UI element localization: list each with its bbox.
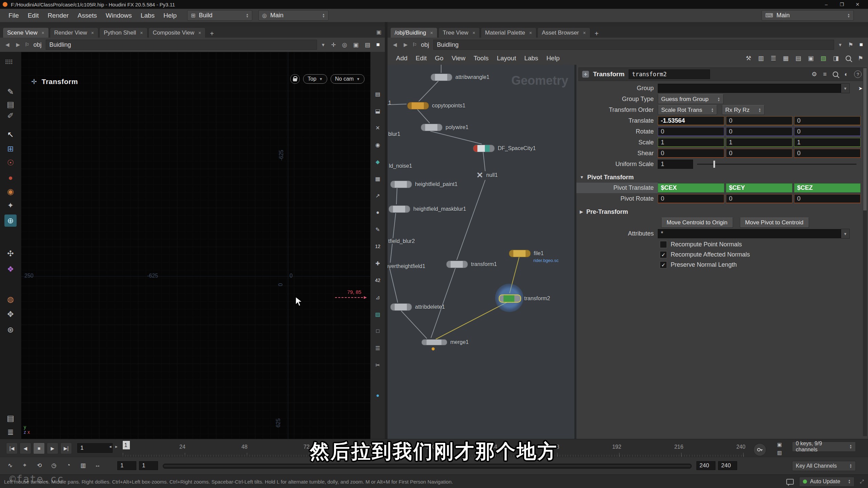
forward-arrow-icon[interactable]: ▶	[14, 41, 22, 48]
scale-z-field[interactable]: 1	[794, 138, 861, 147]
help-icon[interactable]: ?	[854, 70, 862, 78]
rotate-x-field[interactable]: 0	[658, 127, 724, 136]
tab-material-palette[interactable]: Material Palette ×	[481, 27, 536, 38]
recompute-affected-normals-checkbox[interactable]: ✓	[660, 251, 667, 258]
clapper-icon[interactable]: ▤	[363, 41, 372, 48]
maximize-button[interactable]: ❐	[834, 0, 850, 9]
path-dropdown-icon[interactable]: ▼	[320, 42, 327, 47]
annotate-view-icon[interactable]: ✎	[373, 225, 382, 234]
params-scrollbar[interactable]	[863, 67, 867, 436]
particles-icon[interactable]: ◉	[4, 185, 17, 198]
palette-icon[interactable]: ▧	[821, 55, 826, 62]
constraint-icon[interactable]: ✦	[4, 199, 17, 211]
menu-file[interactable]: File	[4, 10, 23, 21]
muscle-icon[interactable]: ❖	[4, 263, 17, 275]
tab-render-view[interactable]: Render View ×	[50, 27, 98, 38]
annotate-tool-icon[interactable]: ✐	[4, 109, 17, 122]
grid-toggle-icon[interactable]: ▦	[373, 174, 382, 183]
scatter-icon[interactable]: ✥	[4, 308, 17, 320]
normals-icon[interactable]: ↗	[373, 191, 382, 200]
pivot-rotate-y-field[interactable]: 0	[726, 194, 792, 203]
node-attribwrangle1[interactable]: attribwrangle1	[431, 74, 490, 81]
group-type-menu[interactable]: Guess from Group ▲▼	[658, 94, 724, 104]
uniform-scale-slider[interactable]	[697, 164, 856, 165]
menu-windows[interactable]: Windows	[101, 10, 136, 21]
close-tab-icon[interactable]: ×	[430, 30, 433, 36]
camera-selector[interactable]: No cam ▼	[331, 74, 364, 84]
lock-view-button[interactable]	[290, 74, 300, 84]
scene-viewport[interactable]: ✛ Transform Top ▼ No cam ▼	[21, 52, 371, 439]
geometry-brush-icon[interactable]: ▤	[4, 98, 17, 110]
snip-icon[interactable]: ✂	[373, 360, 382, 370]
close-tab-icon[interactable]: ×	[41, 30, 44, 36]
node-merge1[interactable]: merge1	[421, 339, 469, 345]
scale-y-field[interactable]: 1	[726, 138, 792, 147]
search-icon[interactable]	[833, 72, 838, 77]
net-menu-tools[interactable]: Tools	[470, 53, 492, 63]
radial-menu-selector[interactable]: ◎ Main ▲▼	[258, 10, 329, 21]
forward-arrow-icon[interactable]: ▶	[402, 41, 410, 48]
view-selector[interactable]: Top ▼	[303, 74, 327, 84]
close-tab-icon[interactable]: ×	[198, 30, 201, 36]
preserve-normal-length-checkbox[interactable]: ✓	[660, 261, 667, 268]
fps-12-icon[interactable]: 12	[373, 242, 382, 251]
fluid-icon[interactable]: ⊛	[4, 324, 17, 336]
node-name-field[interactable]: transform2	[629, 69, 710, 79]
desktop-selector[interactable]: ⊞ Build ▲▼	[187, 10, 252, 21]
pose-character-icon[interactable]: ☉	[4, 157, 17, 169]
ik-chain-icon[interactable]: ✣	[4, 247, 17, 260]
node-attribdelete1[interactable]: attribdelete1	[390, 303, 445, 311]
notes-icon[interactable]: ▣	[808, 55, 814, 62]
translate-y-field[interactable]: 0	[726, 116, 792, 125]
tab-network-obj-buidling[interactable]: /obj/Buidling ×	[390, 27, 437, 38]
minimize-button[interactable]: –	[818, 0, 834, 9]
slider-handle[interactable]	[713, 161, 715, 168]
wrench-icon[interactable]: ⚒	[746, 55, 751, 62]
list-icon[interactable]: ☰	[771, 55, 776, 62]
node-file1[interactable]: file1 rider.bgeo.sc	[509, 250, 544, 257]
node-polywire1[interactable]: polywire1	[421, 124, 469, 131]
back-arrow-icon[interactable]: ◀	[3, 41, 12, 48]
rotate-y-field[interactable]: 0	[726, 127, 792, 136]
node-transform1[interactable]: transform1	[446, 261, 497, 268]
gear-icon[interactable]: ⚙	[811, 70, 817, 78]
info-icon[interactable]: ◐	[844, 71, 848, 78]
close-tab-icon[interactable]: ×	[91, 30, 94, 36]
pivot-rotate-z-field[interactable]: 0	[794, 194, 861, 203]
tab-python-shell[interactable]: Python Shell ×	[99, 27, 147, 38]
wireframe-icon[interactable]: ✕	[373, 123, 382, 133]
scrollbar-thumb[interactable]	[863, 68, 867, 210]
shear-z-field[interactable]: 0	[794, 149, 861, 158]
sliders-icon[interactable]: ≡	[823, 71, 827, 78]
recompute-point-normals-checkbox[interactable]	[660, 241, 667, 248]
net-menu-help[interactable]: Help	[542, 53, 563, 63]
shear-y-field[interactable]: 0	[726, 149, 792, 158]
shear-x-field[interactable]: 0	[658, 149, 724, 158]
node-transform2[interactable]: transform2	[499, 294, 550, 303]
pivot-translate-y-field[interactable]: $CEY	[726, 183, 792, 192]
material-icon[interactable]: ◆	[373, 157, 382, 166]
pivot-translate-z-field[interactable]: $CEZ	[794, 183, 861, 192]
pivot-translate-x-field[interactable]: $CEX	[658, 183, 724, 192]
reselect-arrow-icon[interactable]: ➤	[858, 85, 863, 92]
network-editor[interactable]: Geometry 1 blur1	[388, 65, 574, 439]
expand-icon[interactable]: ⤢	[860, 479, 864, 485]
message-bubble-icon[interactable]	[786, 479, 794, 485]
rigid-body-icon[interactable]: ●	[4, 171, 17, 184]
net-menu-add[interactable]: Add	[392, 53, 411, 63]
pivot-rotate-x-field[interactable]: 0	[658, 194, 724, 203]
tab-asset-browser[interactable]: Asset Browser ×	[537, 27, 590, 38]
terrain-icon[interactable]: ◍	[4, 293, 17, 305]
view-mode-icon[interactable]: ▤	[373, 89, 382, 99]
close-tab-icon[interactable]: ×	[472, 30, 475, 36]
menu-assets[interactable]: Assets	[73, 10, 101, 21]
move-centroid-button[interactable]: Move Centroid to Origin	[661, 218, 733, 228]
attributes-field[interactable]: *	[658, 229, 841, 238]
render-region-icon[interactable]: ▤	[4, 412, 17, 424]
back-arrow-icon[interactable]: ◀	[391, 41, 399, 48]
pin-icon[interactable]: ⚑	[846, 41, 855, 48]
shelf-set-selector[interactable]: ⌨ Main ▲▼	[762, 10, 854, 21]
net-menu-layout[interactable]: Layout	[493, 53, 520, 63]
translate-x-field[interactable]: -1.53564	[658, 116, 724, 125]
points-icon[interactable]: ●	[373, 208, 382, 217]
